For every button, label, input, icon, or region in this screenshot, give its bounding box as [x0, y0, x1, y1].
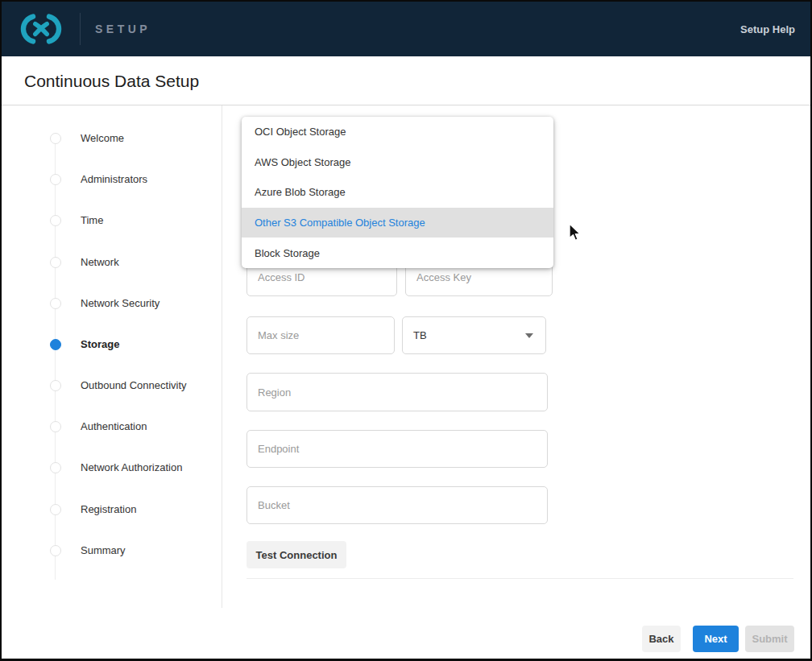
step-label: Time: [81, 214, 103, 226]
bucket-input[interactable]: [246, 486, 548, 524]
step-label: Welcome: [81, 132, 124, 144]
step-circle-icon: [50, 215, 61, 226]
product-name: SETUP: [95, 2, 151, 56]
sidebar-item-network-authorization[interactable]: Network Authorization: [50, 461, 182, 473]
step-circle-icon: [50, 421, 61, 432]
step-label: Authentication: [81, 420, 147, 432]
size-unit-select[interactable]: TB: [402, 316, 546, 354]
sidebar-item-registration[interactable]: Registration: [50, 503, 136, 515]
sidebar-item-storage[interactable]: Storage: [50, 338, 119, 350]
step-circle-icon: [50, 174, 61, 185]
page-header: Continuous Data Setup: [2, 56, 810, 105]
menu-item-oci-object-storage[interactable]: OCI Object Storage: [242, 117, 553, 147]
brand-divider: [80, 13, 81, 45]
step-label: Network Security: [81, 297, 160, 309]
step-circle-icon: [50, 380, 61, 391]
step-label: Outbound Connectivity: [81, 379, 187, 391]
step-circle-icon: [50, 257, 61, 268]
sidebar-item-administrators[interactable]: Administrators: [50, 173, 147, 185]
menu-item-aws-object-storage[interactable]: AWS Object Storage: [242, 147, 553, 178]
sidebar-item-time[interactable]: Time: [50, 214, 103, 226]
step-label: Storage: [81, 338, 119, 350]
step-circle-active-icon: [50, 339, 61, 350]
back-button[interactable]: Back: [642, 626, 681, 652]
sidebar-item-authentication[interactable]: Authentication: [50, 420, 147, 432]
content-divider: [246, 578, 793, 579]
submit-button[interactable]: Submit: [745, 626, 794, 652]
next-button[interactable]: Next: [693, 626, 739, 652]
step-label: Registration: [81, 503, 136, 515]
sidebar-item-welcome[interactable]: Welcome: [50, 132, 124, 144]
step-circle-icon: [50, 298, 61, 309]
top-nav-bar: SETUP Setup Help: [2, 2, 810, 56]
menu-item-other-s3-compatible-object-storage[interactable]: Other S3 Compatible Object Storage: [242, 208, 553, 238]
endpoint-input[interactable]: [246, 430, 548, 468]
region-input[interactable]: [246, 373, 548, 411]
max-size-input[interactable]: [246, 316, 395, 354]
step-label: Administrators: [81, 173, 147, 185]
sidebar-divider: [222, 105, 222, 608]
sidebar-item-outbound-connectivity[interactable]: Outbound Connectivity: [50, 379, 187, 391]
step-circle-icon: [50, 133, 61, 144]
step-circle-icon: [50, 504, 61, 515]
app-window: SETUP Setup Help Continuous Data Setup W…: [0, 0, 812, 661]
step-label: Summary: [81, 544, 126, 556]
menu-item-azure-blob-storage[interactable]: Azure Blob Storage: [242, 177, 553, 208]
setup-help-link[interactable]: Setup Help: [740, 2, 795, 56]
step-label: Network Authorization: [81, 461, 182, 473]
size-unit-value: TB: [413, 329, 427, 341]
storage-type-dropdown-menu: OCI Object Storage AWS Object Storage Az…: [242, 117, 553, 268]
step-label: Network: [81, 256, 119, 268]
test-connection-button[interactable]: Test Connection: [246, 541, 346, 568]
page-title: Continuous Data Setup: [24, 56, 199, 105]
sidebar-item-network-security[interactable]: Network Security: [50, 297, 160, 309]
chevron-down-icon: [525, 333, 533, 338]
sidebar-item-summary[interactable]: Summary: [50, 544, 126, 556]
step-circle-icon: [50, 462, 61, 473]
mouse-cursor-icon: [568, 223, 582, 242]
sidebar-item-network[interactable]: Network: [50, 256, 119, 268]
delphix-logo-icon: [18, 13, 64, 45]
step-circle-icon: [50, 545, 61, 556]
menu-item-block-storage[interactable]: Block Storage: [242, 238, 553, 268]
